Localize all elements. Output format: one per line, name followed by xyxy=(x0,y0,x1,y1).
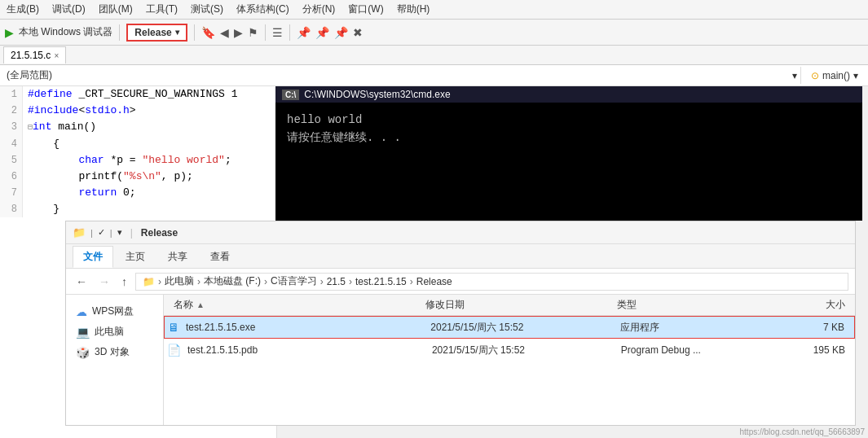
release-label: Release xyxy=(134,27,171,38)
mypc-label: 此电脑 xyxy=(95,325,124,339)
col-header-date[interactable]: 修改日期 xyxy=(419,298,611,312)
wps-icon: ☁ xyxy=(76,305,87,318)
scope-dropdown[interactable]: (全局范围) ▾ xyxy=(3,67,801,84)
sidebar-panel: ☁ WPS网盘 💻 此电脑 🎲 3D 对象 xyxy=(66,295,164,425)
pin-icon-2[interactable]: 📌 xyxy=(315,26,329,39)
menu-item-team[interactable]: 团队(M) xyxy=(99,2,133,16)
file-row-exe[interactable]: 🖥 test.21.5.15.exe 2021/5/15/周六 15:52 应用… xyxy=(164,316,855,339)
nav-forward-button[interactable]: → xyxy=(95,274,113,290)
ribbon-tab-share[interactable]: 共享 xyxy=(157,246,198,268)
pdb-file-type: Program Debug ... xyxy=(615,344,745,356)
path-sep-5: › xyxy=(349,276,352,287)
pdb-file-icon: 📄 xyxy=(167,344,181,357)
address-bar: ← → ↑ 📁 › 此电脑 › 本地磁盘 (F:) › C语言学习 › 21.5… xyxy=(66,269,855,295)
ribbon-tab-file[interactable]: 文件 xyxy=(73,246,113,268)
cmd-window: C:\ C:\WINDOWS\system32\cmd.exe hello wo… xyxy=(275,86,862,221)
toolbar-separator-4 xyxy=(289,24,290,41)
cmd-output-line1: hello world xyxy=(287,111,851,129)
pin-icon-1[interactable]: 📌 xyxy=(297,26,311,39)
path-part-dir2[interactable]: 21.5 xyxy=(327,276,346,287)
path-sep-6: › xyxy=(410,276,413,287)
exe-file-date: 2021/5/15/周六 15:52 xyxy=(424,321,613,335)
path-part-pc[interactable]: 此电脑 xyxy=(165,274,194,288)
exe-file-type: 应用程序 xyxy=(614,321,744,335)
path-part-dir3[interactable]: test.21.5.15 xyxy=(355,276,407,287)
func-icon: ⊙ xyxy=(811,70,819,81)
nav-back-button[interactable]: ← xyxy=(73,274,90,290)
pdb-file-date: 2021/5/15/周六 15:52 xyxy=(425,344,615,357)
code-line-4: 4 { xyxy=(0,136,276,152)
path-icon: 📁 xyxy=(143,276,155,287)
toolbar-separator-3 xyxy=(265,24,266,41)
file-panel: 名称 ▲ 修改日期 类型 大小 🖥 test.21. xyxy=(164,295,855,425)
sidebar-item-3d[interactable]: 🎲 3D 对象 xyxy=(69,342,160,362)
menu-item-debug[interactable]: 调试(D) xyxy=(52,2,86,16)
code-line-7: 7 return 0; xyxy=(0,185,276,201)
tab-close-button[interactable]: × xyxy=(54,51,59,60)
wps-label: WPS网盘 xyxy=(92,304,134,318)
watermark: https://blog.csdn.net/qq_56663897 xyxy=(740,427,865,436)
col-header-name[interactable]: 名称 ▲ xyxy=(167,298,419,312)
sidebar-item-mypc[interactable]: 💻 此电脑 xyxy=(69,322,160,342)
code-line-8: 8 } xyxy=(0,201,276,217)
file-row-pdb[interactable]: 📄 test.21.5.15.pdb 2021/5/15/周六 15:52 Pr… xyxy=(164,339,855,361)
exe-file-name: test.21.5.15.exe xyxy=(183,322,424,333)
scope-bar: (全局范围) ▾ ⊙ main() ▾ xyxy=(0,65,868,86)
menu-item-analyze[interactable]: 分析(N) xyxy=(302,2,336,16)
toolbar: ▶ 本地 Windows 调试器 Release ▾ 🔖 ◀ ▶ ⚑ ☰ 📌 📌… xyxy=(0,20,868,46)
menu-item-generate[interactable]: 生成(B) xyxy=(7,2,39,16)
debug-label[interactable]: 本地 Windows 调试器 xyxy=(19,25,112,39)
menu-bar: 生成(B) 调试(D) 团队(M) 工具(T) 测试(S) 体系结构(C) 分析… xyxy=(0,0,868,20)
align-icon[interactable]: ☰ xyxy=(272,26,283,39)
play-icon[interactable]: ▶ xyxy=(5,26,14,39)
path-part-disk[interactable]: 本地磁盘 (F:) xyxy=(204,274,261,288)
toolbar-separator-1 xyxy=(119,24,120,41)
explorer-title-bar: 📁 | ✓ | ▾ | Release xyxy=(66,221,855,244)
release-arrow-icon: ▾ xyxy=(175,28,179,37)
3d-icon: 🎲 xyxy=(76,346,90,359)
tab-filename: 21.5.15.c xyxy=(11,50,51,61)
path-sep-1: › xyxy=(158,276,161,287)
nav-up-button[interactable]: ↑ xyxy=(118,274,130,290)
release-dropdown[interactable]: Release ▾ xyxy=(126,24,187,42)
cmd-content: hello world 请按任意键继续. . . xyxy=(275,103,862,168)
arrow-icon-1[interactable]: ◀ xyxy=(220,26,229,39)
col-header-size[interactable]: 大小 xyxy=(743,298,852,312)
exe-file-size: 7 KB xyxy=(744,322,851,333)
explorer-folder-icon: 📁 xyxy=(73,226,86,239)
mypc-icon: 💻 xyxy=(76,326,90,339)
menu-item-tools[interactable]: 工具(T) xyxy=(146,2,178,16)
pdb-file-size: 195 KB xyxy=(745,344,852,356)
menu-item-test[interactable]: 测试(S) xyxy=(191,2,223,16)
arrow-icon-3[interactable]: ⚑ xyxy=(248,26,258,39)
title-decoration2: | xyxy=(110,228,112,238)
menu-item-window[interactable]: 窗口(W) xyxy=(348,2,383,16)
code-line-3: 3 ⊟int main() xyxy=(0,119,276,136)
ribbon-tab-view[interactable]: 查看 xyxy=(200,246,240,268)
pin-icon-3[interactable]: 📌 xyxy=(334,26,348,39)
file-tab[interactable]: 21.5.15.c × xyxy=(3,46,66,64)
path-sep-2: › xyxy=(197,276,200,287)
cmd-icon: C:\ xyxy=(282,90,299,100)
bookmark-icon[interactable]: 🔖 xyxy=(201,26,215,39)
code-line-6: 6 printf("%s\n", p); xyxy=(0,169,276,185)
func-arrow-icon: ▾ xyxy=(853,70,858,81)
address-path[interactable]: 📁 › 此电脑 › 本地磁盘 (F:) › C语言学习 › 21.5 › tes… xyxy=(135,273,848,291)
main-area: 1 #define _CRT_SECURE_NO_WARNINGS 1 2 #i… xyxy=(0,86,868,438)
path-part-dir1[interactable]: C语言学习 xyxy=(271,274,317,288)
func-dropdown[interactable]: ⊙ main() ▾ xyxy=(804,68,865,83)
file-list-area: ☁ WPS网盘 💻 此电脑 🎲 3D 对象 名称 ▲ xyxy=(66,295,855,425)
pin-icon-4[interactable]: ✖ xyxy=(353,26,363,39)
arrow-icon-2[interactable]: ▶ xyxy=(234,26,243,39)
col-header-type[interactable]: 类型 xyxy=(610,298,742,312)
code-line-2: 2 #include<stdio.h> xyxy=(0,103,276,119)
code-line-1: 1 #define _CRT_SECURE_NO_WARNINGS 1 xyxy=(0,86,276,103)
tab-bar: 21.5.15.c × xyxy=(0,46,868,65)
sidebar-item-wps[interactable]: ☁ WPS网盘 xyxy=(69,301,160,322)
menu-item-help[interactable]: 帮助(H) xyxy=(397,2,430,16)
path-part-release[interactable]: Release xyxy=(416,276,452,287)
ribbon-tab-home[interactable]: 主页 xyxy=(115,246,156,268)
scope-arrow-icon: ▾ xyxy=(792,70,797,81)
cmd-title-text: C:\WINDOWS\system32\cmd.exe xyxy=(304,89,450,100)
menu-item-arch[interactable]: 体系结构(C) xyxy=(236,2,289,16)
